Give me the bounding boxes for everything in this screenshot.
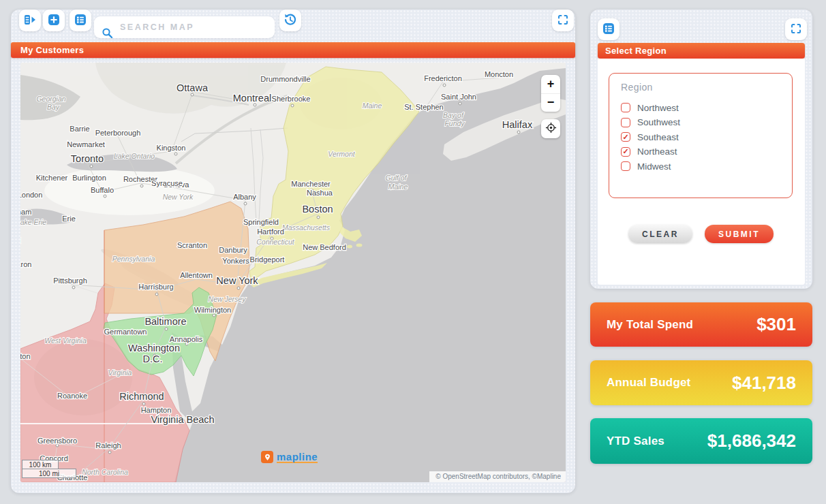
region-group-label: Region — [621, 82, 653, 93]
region-option-southwest[interactable]: Southwest — [621, 116, 680, 129]
checkbox-unchecked[interactable] — [621, 118, 630, 127]
map-area-label: Fundy — [444, 119, 465, 127]
map-city-label: Peterborough — [95, 129, 141, 137]
stat-label: My Total Spend — [607, 318, 693, 332]
region-option-northwest[interactable]: Northwest — [621, 101, 680, 114]
map-area-label: Lake Ontario — [114, 152, 155, 160]
region-option-midwest[interactable]: Midwest — [621, 160, 680, 172]
checkbox-checked[interactable]: ✓ — [621, 147, 630, 157]
mapline-wordmark: mapline — [277, 452, 318, 463]
expand-panel-button[interactable] — [19, 10, 41, 31]
map-city-label: Kitchener — [36, 174, 68, 182]
map-area-label: New York — [163, 193, 194, 201]
checkbox-unchecked[interactable] — [621, 103, 630, 112]
region-options: NorthwestSouthwest✓Southeast✓NortheastMi… — [621, 101, 680, 172]
region-option-label: Southwest — [637, 117, 680, 127]
map-area-label: Virginia — [108, 368, 132, 377]
map-city-label: Kingston — [157, 144, 186, 152]
map-city-label: Hampton — [141, 406, 172, 414]
map-city-label: Fredericton — [424, 74, 462, 82]
map-fullscreen-button[interactable] — [552, 10, 574, 31]
map-area-label: Vermont — [328, 150, 355, 158]
region-select-panel: Select Region Region NorthwestSouthwest✓… — [590, 10, 812, 289]
map-city-label: Manchester — [291, 180, 331, 188]
map-city-label: Albany — [233, 193, 256, 201]
region-option-northeast[interactable]: ✓Northeast — [621, 146, 680, 158]
panel-fullscreen-button[interactable] — [785, 18, 807, 40]
stat-value: $1,686,342 — [707, 430, 796, 452]
map-city-label: Scranton — [177, 241, 207, 249]
map-city-label: New Bedford — [303, 243, 346, 251]
map-city-label: Akron — [20, 260, 31, 268]
map-city-label: Buffalo — [91, 186, 114, 194]
map-area-label: North Carolina — [82, 468, 128, 476]
map-city-label: Pittsburgh — [53, 277, 87, 285]
map-city-label: Springfield — [243, 218, 279, 226]
map-city-label: Harrisburg — [138, 283, 173, 291]
map-city-label: Barrie — [70, 125, 89, 133]
map-city-label: Germantown — [104, 328, 147, 336]
map-city-label: Chatham — [20, 208, 31, 216]
scale-bar-km: 100 km — [22, 460, 59, 469]
region-option-label: Northeast — [637, 146, 677, 157]
map-city-label: Boston — [302, 204, 333, 215]
map-area-label: Pennsylvania — [112, 255, 155, 263]
map-area-label: Connecticut — [256, 238, 295, 246]
map-city-label: Wilmington — [194, 306, 231, 314]
checkbox-checked[interactable]: ✓ — [621, 132, 630, 142]
map-area-label: Maine — [388, 183, 408, 191]
zoom-out-button[interactable]: − — [541, 94, 560, 112]
map-city-label: Drummondville — [260, 75, 310, 83]
crosshair-icon — [545, 122, 557, 136]
zoom-control: + − — [541, 75, 560, 112]
map-city-label: Toronto — [71, 153, 104, 164]
map-city-label: Nashua — [307, 189, 333, 197]
map-city-label: Baltimore — [144, 316, 186, 327]
stat-value: $301 — [756, 314, 796, 335]
map-area-label: Gulf of — [386, 174, 408, 182]
map-area-label: Bay — [47, 103, 60, 111]
map-city-label: Burlington — [72, 174, 106, 182]
add-button[interactable] — [43, 10, 65, 31]
map-city-label: Newmarket — [67, 140, 105, 148]
locate-button[interactable] — [541, 119, 560, 138]
map-city-label: Yonkers — [222, 257, 249, 265]
region-fieldset: Region NorthwestSouthwest✓Southeast✓Nort… — [609, 73, 793, 198]
map-panel: My Customers — [11, 10, 575, 493]
stat-label: Annual Budget — [607, 376, 690, 390]
map-city-label: Moncton — [485, 70, 513, 78]
fullscreen-icon — [790, 22, 802, 37]
zoom-in-button[interactable]: + — [541, 75, 560, 94]
map-city-label: Greensboro — [37, 437, 77, 445]
region-panel-title: Select Region — [598, 43, 805, 59]
search-input[interactable] — [119, 17, 268, 37]
map-city-label: Syracuse — [151, 179, 183, 187]
map-city-label: St. Stephen — [404, 103, 444, 111]
submit-button[interactable]: SUBMIT — [705, 225, 774, 243]
map-city-label: Ottawa — [177, 82, 209, 93]
map-panel-title: My Customers — [11, 42, 575, 58]
reset-view-button[interactable] — [279, 10, 301, 31]
region-option-southeast[interactable]: ✓Southeast — [621, 131, 680, 143]
map-attribution: © OpenStreetMap contributors, ©Mapline — [429, 471, 566, 482]
map-city-label: Virginia Beach — [151, 414, 214, 425]
map-city-label: Raleigh — [95, 441, 121, 450]
stat-label: YTD Sales — [607, 435, 664, 448]
fullscreen-icon — [557, 14, 569, 28]
map-canvas[interactable]: GeorgianBayLake OntarioLake ErieVermontN… — [20, 63, 566, 482]
map-city-label: London — [20, 191, 42, 199]
stat-card-total-spend: My Total Spend $301 — [590, 302, 812, 347]
clear-button[interactable]: CLEAR — [628, 225, 692, 243]
map-city-label: Roanoke — [57, 392, 87, 400]
checkbox-unchecked[interactable] — [621, 161, 630, 171]
region-option-label: Midwest — [637, 161, 671, 172]
map-area-label: West Virginia — [44, 336, 87, 345]
map-city-label: Danbury — [219, 246, 247, 254]
map-city-label: Annapolis — [170, 335, 203, 343]
map-city-label: Richmond — [119, 391, 164, 402]
map-city-label: Montreal — [233, 93, 271, 104]
map-area-label: Bay of — [443, 111, 464, 119]
map-area-label: Massachusetts — [282, 223, 331, 232]
panel-list-button[interactable] — [598, 18, 620, 40]
list-view-button[interactable] — [70, 10, 91, 31]
